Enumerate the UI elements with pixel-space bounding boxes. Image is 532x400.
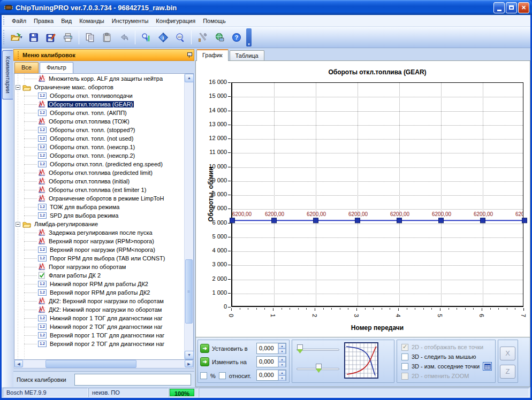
tree-item[interactable]: Обороты откл.топлива (GEAR) (14, 100, 184, 109)
tree-item[interactable]: 1.2Верхний порог 1 ТОГ для диагностики н… (14, 331, 184, 340)
vscroll-thumb[interactable]: ≡ (185, 259, 193, 324)
tree-item[interactable]: Задержка регулирования после пуска (14, 228, 184, 237)
curves-preview-button[interactable] (344, 342, 378, 379)
tree-expand-icon[interactable] (16, 222, 20, 227)
slider-thumb[interactable] (316, 364, 322, 373)
spin-down-icon[interactable]: ▼ (278, 375, 286, 381)
tree-item[interactable]: 1.2ТОЖ для выбора режима (14, 203, 184, 211)
view-tab-Таблица[interactable]: Таблица (230, 50, 264, 61)
apply-set-button[interactable]: ➜ (200, 344, 209, 353)
tree-item[interactable]: Обороты откл.топлива (initial) (14, 177, 184, 186)
menu-item-Вид[interactable]: Вид (57, 17, 75, 25)
tree-item[interactable]: ДК2: Нижний порог нагрузки по оборотам (14, 305, 184, 314)
hscroll-track[interactable] (23, 360, 185, 368)
open-file-button[interactable]: ▾ (9, 29, 25, 45)
zoom-percent-button[interactable]: 110 (172, 29, 188, 45)
menu-item-Команды[interactable]: Команды (75, 17, 108, 25)
menu-item-Файл[interactable]: Файл (8, 17, 30, 25)
percent-value[interactable]: 0,000 (257, 370, 278, 380)
spin-up-icon[interactable]: ▲ (278, 357, 286, 362)
slider-track[interactable] (297, 349, 339, 351)
spin-up-icon[interactable]: ▲ (278, 370, 286, 375)
tree-item[interactable]: 1.2Нижний порог 1 ТОГ для диагностики на… (14, 314, 184, 322)
tree-item[interactable]: 1.2SPD для выбора режима (14, 211, 184, 220)
save-edit-button[interactable] (43, 29, 59, 45)
set-value[interactable]: 0,000 (257, 343, 278, 353)
grid-table-button[interactable] (483, 362, 492, 371)
tree-item[interactable]: 1.2Нижний порог 2 ТОГ для диагностики на… (14, 322, 184, 331)
pin-icon[interactable] (187, 52, 192, 58)
percent-value-spinner[interactable]: 0,000 ▲▼ (256, 370, 286, 381)
tree-item[interactable]: Обороты откл.топлива (ТОЖ) (14, 117, 184, 126)
print-button[interactable] (60, 29, 76, 45)
toolbar-overflow-handle[interactable]: ▾ (246, 28, 252, 47)
axis-button-Z[interactable]: Z (500, 365, 515, 379)
tree-item[interactable]: 1.2Нижний порог RPM для работы ДК2 (14, 280, 184, 288)
percent-checkbox[interactable] (200, 372, 207, 379)
menu-item-Правка[interactable]: Правка (30, 17, 57, 25)
close-button[interactable]: ✕ (518, 2, 529, 13)
tree-item[interactable]: Ограничение макс. оборотов (14, 83, 184, 91)
scroll-down-button[interactable]: ▼ (185, 351, 194, 359)
hscroll-thumb[interactable] (45, 360, 136, 368)
tree-item[interactable]: ДК2: Верхний порог нагрузки по оборотам (14, 297, 184, 305)
tree-item[interactable]: 1.2Верхний порог RPM для работы ДК2 (14, 288, 184, 297)
tree-item[interactable]: 1.2Обороты откл. топливоподачи (14, 91, 184, 100)
slider-thumb[interactable] (297, 344, 303, 353)
menu-item-Конфигурация[interactable]: Конфигурация (152, 17, 199, 25)
calibration-search-input[interactable] (74, 374, 191, 386)
view-tab-График[interactable]: График (196, 49, 229, 61)
tree-horizontal-scrollbar[interactable]: ◀ ▶ (14, 360, 194, 368)
undo-button[interactable] (116, 29, 132, 45)
paste-button[interactable] (99, 29, 115, 45)
menu-item-Помощь[interactable]: Помощь (199, 17, 230, 25)
scroll-right-button[interactable]: ▶ (185, 360, 193, 367)
tree-item[interactable]: 1.2Обороты откл. топл. (неиспр.2) (14, 151, 184, 160)
tree-item[interactable]: 1.2Обороты откл. топл. (not used) (14, 134, 184, 143)
tree-vertical-scrollbar[interactable]: ▲ ≡ ▼ (184, 74, 193, 359)
tree-item[interactable]: 1.2Обороты откл. топл. (неиспр.1) (14, 143, 184, 151)
set-value-spinner[interactable]: 0,000 ▲▼ (256, 343, 286, 354)
filter-tab-Все[interactable]: Все (14, 62, 39, 73)
scroll-up-button[interactable]: ▲ (185, 74, 194, 82)
vscroll-track[interactable]: ≡ (185, 82, 193, 351)
minimize-button[interactable] (493, 2, 505, 13)
tree-item[interactable]: 1.2Верхний порог нагрузки (RPM<порога) (14, 245, 184, 254)
tree-item[interactable]: Множитель корр. ALF для защиты нейтра (14, 74, 184, 83)
tree-item[interactable]: Порог нагрузки по оборотам (14, 263, 184, 271)
save-button[interactable] (26, 29, 42, 45)
menu-item-Инструменты[interactable]: Инструменты (108, 17, 153, 25)
change-value-spinner[interactable]: 0,000 ▲▼ (256, 356, 286, 367)
web-update-button[interactable] (211, 29, 227, 45)
open-dropdown-icon[interactable]: ▾ (20, 35, 22, 40)
relative-checkbox[interactable] (219, 372, 226, 379)
copy-button[interactable] (82, 29, 98, 45)
info-button[interactable]: i (155, 29, 171, 45)
y-slider[interactable] (297, 364, 339, 373)
tree-item[interactable]: 1.2Порог RPM для выбора (TAB или CONST) (14, 254, 184, 263)
spin-down-icon[interactable]: ▼ (278, 349, 286, 354)
spin-up-icon[interactable]: ▲ (278, 343, 286, 349)
tree-item[interactable]: Обороты откл.топлива (predicted limit) (14, 168, 184, 177)
tree-item[interactable]: Ограничение оборотов в режиме LimpToH (14, 194, 184, 203)
tree-item[interactable]: Верхний порог нагрузки (RPM>порога) (14, 237, 184, 245)
tree-item[interactable]: 1.2Обороты откл. топл. (АКПП) (14, 109, 184, 117)
tree-item[interactable]: Обороты откл.топлива (ext limiter 1) (14, 186, 184, 194)
tree-expand-icon[interactable] (16, 85, 20, 90)
tree-item[interactable]: 1.2Обороты откл.топл. (predicted eng.spe… (14, 160, 184, 168)
axis-button-X[interactable]: X (500, 347, 515, 360)
filter-tab-Фильтр[interactable]: Фильтр (40, 62, 73, 73)
help-button[interactable]: ? (229, 29, 245, 45)
tools-button[interactable] (194, 29, 210, 45)
chart-analyze-button[interactable] (138, 29, 154, 45)
plot-area[interactable]: 6200,006200,006200,006200,006200,006200,… (231, 82, 523, 307)
option-checkbox[interactable] (401, 363, 408, 370)
x-slider[interactable] (297, 344, 339, 354)
tree-item[interactable]: Лямбда-регулирование (14, 220, 184, 228)
apply-change-button[interactable]: ➜ (200, 357, 209, 366)
tree-item[interactable]: 1.2Верхний порог 2 ТОГ для диагностики н… (14, 340, 184, 348)
maximize-button[interactable] (506, 2, 517, 13)
change-value[interactable]: 0,000 (257, 357, 278, 367)
tree-item[interactable]: Флаги работы ДК 2 (14, 271, 184, 280)
option-checkbox[interactable] (401, 353, 408, 360)
